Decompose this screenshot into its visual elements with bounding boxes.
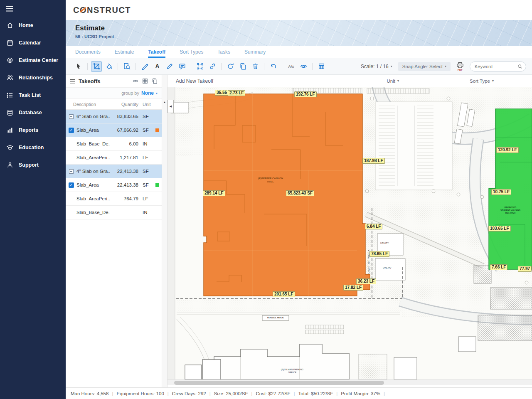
measurement-label[interactable]: 35.55 (215, 90, 229, 96)
measurement-label[interactable]: 36.23 LF (356, 278, 376, 284)
tab-tasks[interactable]: Tasks (217, 46, 230, 58)
visibility-tool[interactable] (298, 61, 309, 72)
panel-scrollbar[interactable]: ▲ (162, 75, 167, 387)
panel-actions (133, 78, 158, 84)
measurement-label[interactable]: 77.97 (518, 266, 532, 272)
takeoff-color-swatch[interactable] (155, 128, 159, 132)
copy-stack-icon[interactable] (152, 78, 158, 84)
takeoff-color-swatch[interactable] (155, 183, 159, 187)
blueprint-viewport[interactable]: (E)PEPPER CANYONHALL UTILITY UTILITY LIM… (167, 87, 532, 379)
text-icon: A (154, 63, 161, 70)
pencil-tool[interactable] (164, 61, 175, 72)
table-row-item[interactable]: ✓ Slab_Area 22,413.38 SF (66, 178, 162, 192)
measurement-label[interactable]: 103.65 LF (488, 226, 511, 232)
measurement-label[interactable]: 192.76 LF (294, 91, 317, 97)
sidebar-item-estimate-center[interactable]: Estimate Center (0, 52, 66, 69)
blueprint-label-utility: UTILITY (383, 267, 391, 270)
sidebar-item-database[interactable]: Database (0, 104, 66, 121)
canvas-horizontal-scrollbar[interactable] (167, 379, 532, 385)
grid-icon[interactable] (142, 78, 148, 84)
checkbox-checked-icon[interactable]: ✓ (69, 182, 74, 188)
group-by-label: group by (121, 91, 139, 96)
copy-tool[interactable] (237, 61, 248, 72)
snap-angle-dropdown[interactable]: Snap Angle: Select▾ (398, 62, 451, 71)
takeoff-unit: SF (138, 128, 153, 133)
status-cost: Cost: $27.72/SF (256, 391, 295, 396)
tab-estimate[interactable]: Estimate (115, 46, 134, 58)
measurement-label[interactable]: 17.82 LF (343, 285, 363, 291)
marker-tool[interactable] (139, 61, 150, 72)
table-row-subitem[interactable]: Slab_Base_De... 6.00 IN (66, 137, 162, 151)
link-tool[interactable] (207, 61, 218, 72)
rotate-tool[interactable] (225, 61, 236, 72)
delete-tool[interactable] (250, 61, 261, 72)
measurement-label[interactable]: 201.65 LF (273, 291, 295, 297)
tab-documents[interactable]: Documents (75, 46, 101, 58)
scroll-up-icon[interactable]: ▲ (162, 101, 167, 103)
column-unit: Unit (138, 102, 153, 107)
measurement-label[interactable]: 2.73 LF (228, 90, 245, 96)
unit-dropdown[interactable]: Unit▾ (387, 79, 399, 84)
measurement-label[interactable]: 187.98 LF (362, 158, 385, 164)
collapse-icon[interactable] (69, 169, 74, 174)
eye-icon[interactable] (133, 78, 138, 84)
sidebar-item-home[interactable]: Home (0, 17, 66, 34)
keyword-search (470, 62, 526, 71)
copy-icon (239, 63, 246, 70)
table-row-subitem[interactable]: Slab_Base_De... IN (66, 206, 162, 219)
sidebar-item-calendar[interactable]: Calendar (0, 34, 66, 52)
hamburger-icon (70, 79, 75, 84)
sidebar-item-task-list[interactable]: Task List (0, 86, 66, 104)
eye-icon (300, 63, 307, 70)
undo-tool[interactable] (268, 61, 278, 72)
hamburger-icon (6, 6, 13, 12)
sidebar-item-relationships[interactable]: Relationships (0, 69, 66, 86)
app-logo: CONSTRUCT (73, 5, 131, 15)
pdf-label: PDF (458, 69, 463, 71)
chevron-down-icon: ▾ (445, 64, 446, 68)
collapse-panel-handle[interactable]: ◀ (167, 100, 174, 113)
group-by-dropdown[interactable]: group by None ▾ (66, 88, 162, 99)
table-row-group[interactable]: 6" Slab on Gra... 83,833.65 SF (66, 110, 162, 123)
measurement-label[interactable]: 6.84 LF (365, 224, 382, 229)
menu-toggle-button[interactable] (0, 0, 66, 17)
add-new-takeoff-button[interactable]: Add New Takeoff (176, 78, 213, 84)
cursor-tool[interactable] (73, 61, 84, 72)
measurement-label[interactable]: 65,823.43 SF (286, 190, 314, 196)
measurement-label[interactable]: 120.92 LF (496, 147, 519, 153)
sidebar-item-reports[interactable]: Reports (0, 121, 66, 139)
grid-tool[interactable] (316, 61, 327, 72)
zoom-search-tool[interactable] (121, 61, 132, 72)
annotation-tool[interactable] (177, 61, 187, 72)
keyword-search-input[interactable] (475, 64, 517, 69)
tab-summary[interactable]: Summary (244, 46, 266, 58)
fill-tool[interactable] (103, 61, 114, 72)
measurement-label[interactable]: 289.14 LF (203, 190, 225, 196)
sidebar-item-education[interactable]: Education (0, 139, 66, 156)
table-row-item[interactable]: ✓ Slab_Area 67,066.92 SF (66, 123, 162, 137)
formula-tool[interactable]: A/x (286, 61, 296, 72)
table-row-subitem[interactable]: Slab_AreaPeri... 764.79 LF (66, 192, 162, 206)
scrollbar-thumb[interactable] (174, 381, 384, 385)
tab-takeoff[interactable]: Takeoff (148, 46, 165, 58)
pdf-print-button[interactable]: PDF (456, 62, 464, 71)
measurement-label[interactable]: 10.75 LF (491, 189, 511, 195)
area-takeoff-tool[interactable] (91, 61, 102, 72)
people-icon (7, 74, 13, 81)
checkbox-checked-icon[interactable]: ✓ (69, 128, 74, 133)
table-row-subitem[interactable]: Slab_AreaPeri... 1,217.81 LF (66, 151, 162, 165)
panel-menu-button[interactable] (70, 79, 75, 84)
rotate-icon (227, 63, 234, 70)
table-row-group[interactable]: 4" Slab on Gra... 22,413.38 SF (66, 165, 162, 178)
measurement-label[interactable]: 7.66 LF (490, 264, 507, 270)
collapse-icon[interactable] (69, 114, 74, 119)
text-tool[interactable]: A (152, 61, 163, 72)
node-edit-tool[interactable] (195, 61, 205, 72)
measurement-label[interactable]: 78.65 LF (369, 251, 389, 257)
tab-sort-types[interactable]: Sort Types (180, 46, 203, 58)
sidebar-item-label: Database (19, 110, 42, 116)
sort-type-dropdown[interactable]: Sort Type▾ (470, 79, 494, 84)
sidebar-item-support[interactable]: Support (0, 156, 66, 174)
blueprint-drawing[interactable] (167, 87, 532, 379)
scale-dropdown[interactable]: Scale: 1 / 16▾ (361, 64, 392, 69)
